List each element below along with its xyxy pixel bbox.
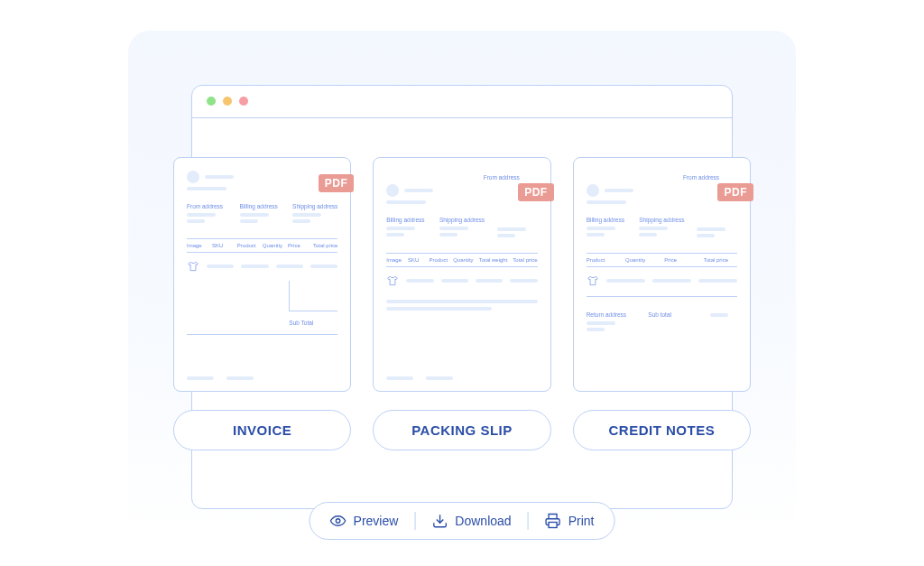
illustration-canvas: PDF From address Billing address Sh: [128, 31, 796, 536]
download-label: Download: [455, 514, 511, 528]
placeholder-bar: [587, 200, 626, 204]
placeholder-bar: [441, 279, 468, 283]
packing-table-header: Image SKU Product Quantity Total weight …: [386, 257, 537, 263]
subtotal-label: Sub total: [648, 311, 692, 318]
print-button[interactable]: Print: [545, 513, 595, 529]
print-label: Print: [568, 514, 595, 528]
placeholder-bar: [497, 234, 515, 237]
card-footer: [386, 376, 453, 380]
placeholder-bar: [406, 279, 433, 283]
credit-notes-pill[interactable]: CREDIT NOTES: [573, 410, 751, 450]
placeholder-bar: [639, 227, 668, 230]
placeholder-bar: [587, 328, 605, 331]
placeholder-bar: [310, 264, 337, 268]
document-cards-row: PDF From address Billing address Sh: [173, 157, 751, 392]
subtotal-label: Sub Total: [289, 320, 337, 326]
placeholder-bar: [241, 264, 268, 268]
download-button[interactable]: Download: [431, 513, 511, 529]
tshirt-icon: [386, 274, 399, 287]
placeholder-bar: [605, 189, 633, 192]
return-address-label: Return address: [587, 311, 631, 318]
credit-table-header: Product Quantity Price Total price: [587, 257, 737, 263]
from-address-label: From address: [187, 203, 227, 209]
placeholder-bar: [587, 321, 615, 325]
tshirt-icon: [587, 274, 599, 287]
placeholder-bar: [404, 189, 433, 192]
shipping-address-label: Shipping address: [439, 217, 485, 223]
placeholder-bar: [386, 376, 413, 380]
placeholder-bar: [426, 376, 453, 380]
placeholder-bar: [187, 213, 216, 217]
divider: [414, 512, 415, 530]
placeholder-bar: [639, 233, 657, 237]
placeholder-bar: [187, 187, 226, 190]
preview-button[interactable]: Preview: [330, 513, 399, 529]
invoice-pill[interactable]: INVOICE: [173, 410, 351, 450]
placeholder-bar: [587, 233, 605, 237]
from-address-label: From address: [484, 174, 538, 181]
placeholder-bar: [698, 279, 737, 283]
credit-notes-card: PDF From address Billing address Shippin…: [573, 157, 751, 392]
window-dot-yellow: [223, 97, 232, 106]
shipping-address-label: Shipping address: [639, 217, 684, 223]
packing-slip-card: PDF From address Billing address Shippin…: [373, 157, 550, 392]
logo-placeholder: [587, 184, 599, 197]
placeholder-bar: [439, 233, 457, 237]
action-bar: Preview Download Print: [310, 502, 615, 540]
pdf-badge: PDF: [319, 174, 355, 192]
placeholder-bar: [697, 234, 715, 237]
browser-chrome: [192, 86, 732, 118]
billing-address-label: Billing address: [587, 217, 627, 223]
placeholder-bar: [587, 227, 615, 230]
logo-placeholder: [386, 184, 399, 197]
print-icon: [545, 513, 561, 529]
divider: [528, 512, 529, 530]
download-icon: [431, 513, 448, 529]
placeholder-bar: [710, 313, 728, 317]
card-footer: [187, 376, 254, 380]
billing-address-label: Billing address: [386, 217, 427, 223]
invoice-card: PDF From address Billing address Sh: [173, 157, 351, 392]
placeholder-bar: [386, 233, 404, 237]
placeholder-bar: [187, 219, 205, 223]
billing-address-label: Billing address: [240, 203, 281, 209]
document-type-pills: INVOICE PACKING SLIP CREDIT NOTES: [173, 410, 751, 450]
tshirt-icon: [187, 260, 199, 273]
svg-rect-2: [549, 522, 557, 527]
placeholder-bar: [207, 264, 234, 268]
placeholder-bar: [292, 219, 310, 223]
placeholder-bar: [386, 307, 492, 311]
pdf-badge: PDF: [717, 183, 753, 201]
pdf-badge: PDF: [518, 183, 554, 201]
from-address-label: From address: [683, 174, 737, 181]
placeholder-bar: [510, 279, 537, 283]
table-row: [386, 274, 537, 287]
placeholder-bar: [240, 219, 258, 223]
invoice-table-header: Image SKU Product Quantity Price Total p…: [187, 243, 337, 248]
packing-slip-pill[interactable]: PACKING SLIP: [373, 410, 550, 450]
placeholder-bar: [226, 376, 254, 380]
placeholder-bar: [276, 264, 303, 268]
window-dot-green: [207, 97, 216, 106]
placeholder-bar: [386, 227, 415, 230]
window-dot-red: [239, 97, 248, 106]
table-row: [187, 260, 337, 273]
preview-label: Preview: [354, 514, 399, 528]
placeholder-bar: [386, 300, 537, 303]
logo-placeholder: [187, 171, 199, 183]
placeholder-bar: [240, 213, 269, 217]
placeholder-bar: [697, 227, 725, 231]
placeholder-bar: [292, 213, 321, 217]
placeholder-bar: [476, 279, 503, 283]
shipping-address-label: Shipping address: [292, 203, 337, 209]
svg-point-0: [336, 518, 340, 523]
placeholder-bar: [187, 376, 214, 380]
placeholder-bar: [652, 279, 691, 283]
placeholder-bar: [606, 279, 645, 283]
eye-icon: [330, 513, 346, 529]
placeholder-bar: [386, 200, 426, 204]
placeholder-bar: [439, 227, 468, 230]
placeholder-bar: [497, 227, 526, 231]
placeholder-bar: [205, 175, 234, 179]
table-row: [587, 274, 737, 287]
